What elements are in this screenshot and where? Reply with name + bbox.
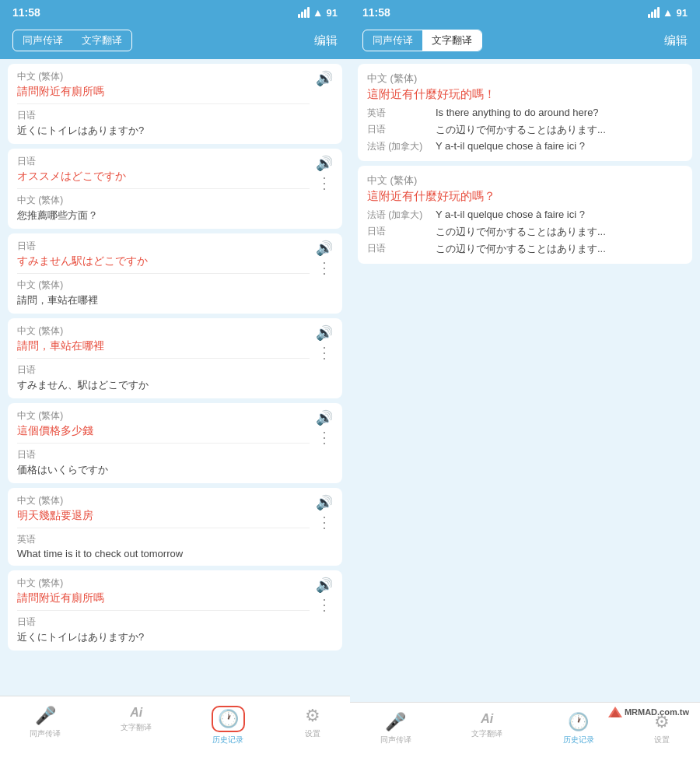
left-tab-history[interactable]: 🕐 历史记录 bbox=[205, 703, 251, 749]
history-item-5: 中文 (繁体) 這個價格多少錢 日语 価格はいくらですか 🔊 ⋮ bbox=[8, 403, 342, 483]
source-text-3: すみません駅はどこですか bbox=[17, 254, 310, 268]
right-wifi-icon: ▲ bbox=[663, 6, 674, 19]
speaker-icon-2[interactable]: 🔊 bbox=[316, 155, 333, 172]
card-1-row-2-text: この辺りで何かすることはあります... bbox=[436, 123, 683, 137]
right-tab-text-label: 文字翻译 bbox=[471, 728, 502, 739]
card-1-row-3: 法语 (加拿大) Y a-t-il quelque chose à faire … bbox=[367, 140, 683, 153]
item-5-actions: 🔊 ⋮ bbox=[310, 409, 333, 445]
source-text-6: 明天幾點要退房 bbox=[17, 509, 310, 523]
left-bottom-tabs: 🎤 同声传译 Ai 文字翻译 🕐 历史记录 ⚙ 设置 bbox=[0, 696, 350, 761]
left-tab-text-translate[interactable]: Ai 文字翻译 bbox=[114, 703, 158, 749]
left-tab-history-label: 历史记录 bbox=[212, 735, 243, 745]
left-tab-mic[interactable]: 🎤 同声传译 bbox=[23, 703, 67, 749]
source-lang-2: 日语 bbox=[17, 155, 310, 168]
more-icon-2[interactable]: ⋮ bbox=[317, 175, 332, 191]
source-text-2: オススメはどこですか bbox=[17, 170, 310, 184]
source-text-1: 請問附近有廁所嗎 bbox=[17, 85, 310, 99]
history-icon: 🕐 bbox=[212, 706, 245, 732]
right-nav-bar: 同声传译 文字翻译 编辑 bbox=[350, 23, 700, 59]
card-1-row-1-lang: 英语 bbox=[367, 107, 429, 120]
mrmad-logo-icon bbox=[608, 707, 622, 717]
history-item-1: 中文 (繁体) 請問附近有廁所嗎 日语 近くにトイレはありますか? 🔊 bbox=[8, 64, 342, 144]
card-2-row-3-text: この辺りで何かすることはあります... bbox=[436, 242, 683, 256]
left-tab-settings-label: 设置 bbox=[305, 728, 320, 739]
right-tab-simultaneous[interactable]: 同声传译 bbox=[363, 30, 422, 51]
card-2-row-3-lang: 日语 bbox=[367, 242, 429, 256]
target-lang-6: 英语 bbox=[17, 533, 310, 546]
right-history-icon: 🕐 bbox=[568, 712, 589, 732]
right-time: 11:58 bbox=[362, 6, 390, 19]
card-1-row-3-text: Y a-t-il quelque chose à faire ici ? bbox=[436, 140, 683, 153]
speaker-icon-6[interactable]: 🔊 bbox=[316, 494, 333, 511]
left-tab-text-label: 文字翻译 bbox=[121, 722, 152, 733]
source-lang-3: 日语 bbox=[17, 240, 310, 253]
target-text-7: 近くにトイレはありますか? bbox=[17, 630, 310, 644]
more-icon-7[interactable]: ⋮ bbox=[317, 597, 332, 612]
more-icon-4[interactable]: ⋮ bbox=[317, 345, 332, 360]
source-lang-4: 中文 (繁体) bbox=[17, 324, 310, 338]
left-battery: 91 bbox=[327, 7, 338, 19]
card-2-row-2-text: この辺りで何かすることはあります... bbox=[436, 225, 683, 239]
speaker-icon-4[interactable]: 🔊 bbox=[316, 324, 333, 342]
speaker-icon-5[interactable]: 🔊 bbox=[316, 409, 333, 426]
left-tab-settings[interactable]: ⚙ 设置 bbox=[299, 703, 327, 749]
target-lang-3: 中文 (繁体) bbox=[17, 279, 310, 292]
right-tab-mic[interactable]: 🎤 同声传译 bbox=[374, 709, 418, 749]
item-6-actions: 🔊 ⋮ bbox=[310, 494, 333, 530]
right-tab-text[interactable]: 文字翻译 bbox=[422, 30, 481, 51]
speaker-icon-3[interactable]: 🔊 bbox=[316, 240, 333, 257]
right-edit-button[interactable]: 编辑 bbox=[664, 33, 688, 48]
right-text-icon: Ai bbox=[481, 712, 493, 726]
right-tab-history[interactable]: 🕐 历史记录 bbox=[557, 709, 600, 749]
history-item-2: 日语 オススメはどこですか 中文 (繁体) 您推薦哪些方面？ 🔊 ⋮ bbox=[8, 149, 342, 229]
source-text-5: 這個價格多少錢 bbox=[17, 424, 310, 438]
item-7-actions: 🔊 ⋮ bbox=[310, 577, 333, 612]
left-edit-button[interactable]: 编辑 bbox=[314, 33, 338, 48]
item-2-actions: 🔊 ⋮ bbox=[310, 155, 333, 191]
item-3-actions: 🔊 ⋮ bbox=[310, 240, 333, 275]
right-tab-text-translate[interactable]: Ai 文字翻译 bbox=[465, 709, 509, 749]
more-icon-3[interactable]: ⋮ bbox=[317, 260, 332, 275]
card-2-row-1-text: Y a-t-il quelque chose à faire ici ? bbox=[436, 209, 683, 222]
translation-card-2: 中文 (繁体) 這附近有什麼好玩的嗎？ 法语 (加拿大) Y a-t-il qu… bbox=[358, 166, 692, 264]
more-icon-5[interactable]: ⋮ bbox=[317, 430, 332, 445]
watermark: MRMAD.com.tw bbox=[608, 707, 689, 717]
card-2-source-text: 這附近有什麼好玩的嗎？ bbox=[367, 189, 683, 204]
speaker-icon-1[interactable]: 🔊 bbox=[316, 70, 333, 87]
target-text-1: 近くにトイレはありますか? bbox=[17, 124, 310, 138]
history-item-3-content: 日语 すみません駅はどこですか 中文 (繁体) 請問，車站在哪裡 bbox=[17, 240, 310, 307]
history-item-7-content: 中文 (繁体) 請問附近有廁所嗎 日语 近くにトイレはありますか? bbox=[17, 577, 310, 644]
history-item-1-content: 中文 (繁体) 請問附近有廁所嗎 日语 近くにトイレはありますか? bbox=[17, 70, 310, 138]
target-lang-4: 日语 bbox=[17, 363, 310, 377]
left-history-list: 中文 (繁体) 請問附近有廁所嗎 日语 近くにトイレはありますか? 🔊 日语 オ… bbox=[0, 59, 350, 696]
more-icon-6[interactable]: ⋮ bbox=[317, 514, 332, 530]
right-status-bar: 11:58 ▲ 91 bbox=[350, 0, 700, 23]
right-bottom-tabs: 🎤 同声传译 Ai 文字翻译 🕐 历史记录 ⚙ 设置 MRMAD.com.tw bbox=[350, 702, 700, 761]
card-2-row-1-lang: 法语 (加拿大) bbox=[367, 209, 429, 222]
history-item-6-content: 中文 (繁体) 明天幾點要退房 英语 What time is it to ch… bbox=[17, 494, 310, 559]
left-tab-text[interactable]: 文字翻译 bbox=[72, 30, 131, 51]
left-tab-switcher[interactable]: 同声传译 文字翻译 bbox=[12, 30, 132, 51]
card-1-row-2-lang: 日语 bbox=[367, 123, 429, 137]
source-lang-6: 中文 (繁体) bbox=[17, 494, 310, 507]
left-status-icons: ▲ 91 bbox=[298, 6, 338, 19]
target-lang-5: 日语 bbox=[17, 448, 310, 461]
signal-icon bbox=[298, 7, 310, 18]
right-battery: 91 bbox=[677, 7, 688, 19]
speaker-icon-7[interactable]: 🔊 bbox=[316, 577, 333, 594]
mic-icon: 🎤 bbox=[35, 706, 56, 726]
right-status-icons: ▲ 91 bbox=[648, 6, 688, 19]
right-tab-settings-label: 设置 bbox=[654, 735, 670, 745]
left-tab-simultaneous[interactable]: 同声传译 bbox=[13, 30, 72, 51]
right-tab-switcher[interactable]: 同声传译 文字翻译 bbox=[362, 30, 482, 51]
history-item-4-content: 中文 (繁体) 請問，車站在哪裡 日语 すみません、駅はどこですか bbox=[17, 324, 310, 392]
text-translate-icon: Ai bbox=[130, 706, 142, 720]
right-panel: 11:58 ▲ 91 同声传译 文字翻译 编辑 中文 (繁体) 這附近有什麼好玩… bbox=[350, 0, 700, 761]
target-text-3: 請問，車站在哪裡 bbox=[17, 293, 310, 307]
source-lang-5: 中文 (繁体) bbox=[17, 409, 310, 423]
card-1-row-3-lang: 法语 (加拿大) bbox=[367, 140, 429, 153]
card-2-source-lang: 中文 (繁体) bbox=[367, 174, 683, 188]
right-tab-history-label: 历史记录 bbox=[563, 735, 594, 745]
history-item-3: 日语 すみません駅はどこですか 中文 (繁体) 請問，車站在哪裡 🔊 ⋮ bbox=[8, 233, 342, 314]
left-time: 11:58 bbox=[12, 6, 40, 19]
